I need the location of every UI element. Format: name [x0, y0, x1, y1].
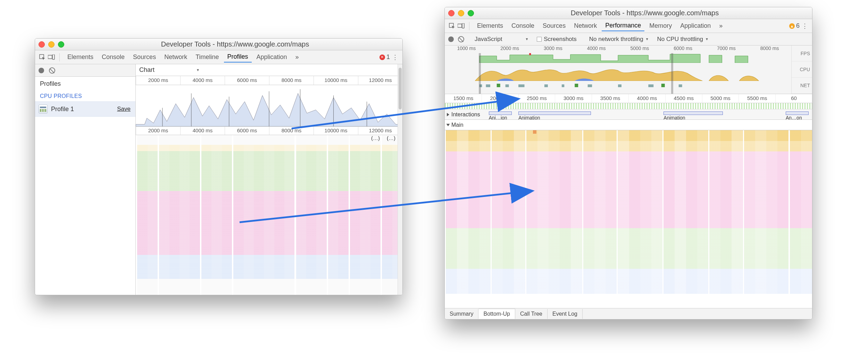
svg-rect-1	[48, 55, 52, 59]
interactions-track[interactable]: Interactions Ani…ion Animation Animation…	[445, 109, 812, 120]
sidebar-heading: Profiles	[35, 77, 135, 91]
zoom-icon[interactable]	[468, 10, 474, 16]
capture-settings-bar: JavaScript ▼ Screenshots No network thro…	[445, 33, 812, 45]
record-button[interactable]	[448, 36, 454, 42]
clear-button[interactable]	[49, 67, 55, 74]
profile-chart-area: Chart ▼ 2000 ms 4000 ms 6000 ms 8000 ms …	[136, 64, 402, 295]
close-icon[interactable]	[39, 41, 45, 48]
tabs-overflow-icon[interactable]: »	[716, 21, 726, 31]
flame-chart[interactable]: (…) (…)	[136, 135, 402, 295]
tab-call-tree[interactable]: Call Tree	[515, 309, 548, 319]
tab-application[interactable]: Application	[677, 21, 714, 31]
svg-rect-15	[486, 84, 490, 87]
chevron-down-icon: ▼	[705, 37, 709, 41]
svg-rect-23	[679, 84, 682, 87]
titlebar[interactable]: Developer Tools - https://www.google.com…	[445, 7, 812, 19]
svg-rect-13	[529, 53, 531, 55]
fps-track	[445, 53, 791, 63]
cpu-throttle-select[interactable]: No CPU throttling ▼	[655, 35, 711, 43]
collapse-icon[interactable]	[446, 124, 450, 126]
minimize-icon[interactable]	[458, 10, 464, 16]
tab-sources[interactable]: Sources	[539, 21, 569, 31]
tab-timeline[interactable]: Timeline	[192, 52, 222, 62]
svg-rect-19	[562, 84, 564, 87]
svg-rect-25	[575, 84, 578, 87]
svg-rect-2	[52, 55, 55, 59]
tab-network[interactable]: Network	[570, 21, 600, 31]
main-track-header[interactable]: Main	[445, 120, 812, 130]
warning-count[interactable]: ▲ 6	[789, 22, 800, 30]
svg-rect-12	[462, 23, 464, 28]
performance-overview[interactable]: 1000 ms 2000 ms 3000 ms 4000 ms 5000 ms …	[445, 45, 812, 94]
range-handle-left[interactable]	[479, 53, 481, 94]
range-handle-right[interactable]	[671, 53, 673, 94]
error-count-value: 1	[386, 53, 390, 61]
inspect-icon[interactable]	[39, 53, 46, 61]
tab-bottom-up[interactable]: Bottom-Up	[478, 309, 515, 319]
error-icon: ✕	[379, 55, 385, 60]
net-track	[445, 82, 791, 90]
scrollbar[interactable]	[398, 64, 402, 295]
svg-rect-22	[648, 84, 653, 87]
tab-profiles[interactable]: Profiles	[224, 52, 252, 63]
cpu-overview-chart[interactable]	[136, 85, 402, 127]
devtools-tabs: Elements Console Sources Network Timelin…	[35, 50, 402, 64]
capture-type-select[interactable]: JavaScript ▼	[473, 35, 531, 43]
tab-event-log[interactable]: Event Log	[548, 309, 583, 319]
flame-stripes	[136, 135, 402, 295]
device-toggle-icon[interactable]	[457, 22, 465, 30]
traffic-lights[interactable]	[39, 41, 64, 48]
detail-ruler[interactable]: 2000 ms 4000 ms 6000 ms 8000 ms 10000 ms…	[136, 127, 402, 135]
record-button[interactable]	[39, 68, 44, 73]
minimize-icon[interactable]	[48, 41, 55, 48]
profile-item[interactable]: Profile 1 Save	[35, 101, 135, 117]
kebab-menu-icon[interactable]: ⋮	[801, 22, 809, 30]
overview-labels: FPS CPU NET	[791, 45, 812, 94]
chevron-down-icon: ▼	[196, 68, 200, 72]
save-profile-link[interactable]: Save	[117, 106, 131, 113]
overview-ruler[interactable]: 2000 ms 4000 ms 6000 ms 8000 ms 10000 ms…	[136, 76, 402, 85]
view-mode-select[interactable]: Chart ▼	[136, 64, 402, 76]
close-icon[interactable]	[448, 10, 454, 16]
window-title: Developer Tools - https://www.google.com…	[481, 9, 809, 17]
tab-console[interactable]: Console	[98, 52, 128, 62]
details-tabs: Summary Bottom-Up Call Tree Event Log	[445, 308, 812, 319]
titlebar[interactable]: Developer Tools - https://www.google.com…	[35, 39, 402, 50]
main-flame-chart[interactable]	[445, 130, 812, 308]
error-count[interactable]: ✕ 1	[379, 53, 390, 61]
svg-rect-24	[497, 84, 500, 87]
tab-performance[interactable]: Performance	[602, 20, 644, 31]
tab-application[interactable]: Application	[253, 52, 291, 62]
inspect-icon[interactable]	[448, 22, 456, 30]
tab-summary[interactable]: Summary	[445, 309, 478, 319]
interactions-label: Interactions	[451, 111, 480, 118]
tab-console[interactable]: Console	[508, 21, 538, 31]
screenshots-checkbox[interactable]: Screenshots	[535, 35, 579, 43]
view-mode-label: Chart	[139, 66, 155, 74]
network-throttle-select[interactable]: No network throttling ▼	[587, 35, 651, 43]
profile-name: Profile 1	[51, 106, 114, 113]
devtools-window-performance: Developer Tools - https://www.google.com…	[444, 7, 812, 319]
devtools-window-profiles: Developer Tools - https://www.google.com…	[35, 38, 403, 295]
frames-strip[interactable]	[445, 103, 812, 109]
tab-elements[interactable]: Elements	[474, 21, 507, 31]
chevron-down-icon: ▼	[645, 37, 649, 41]
zoom-icon[interactable]	[58, 41, 64, 48]
traffic-lights[interactable]	[448, 10, 474, 16]
expand-icon[interactable]	[447, 113, 449, 116]
clear-button[interactable]	[458, 36, 464, 42]
device-toggle-icon[interactable]	[48, 53, 55, 61]
checkbox-icon	[537, 37, 542, 42]
main-label: Main	[451, 122, 464, 128]
tab-sources[interactable]: Sources	[130, 52, 159, 62]
tab-network[interactable]: Network	[161, 52, 191, 62]
svg-rect-21	[618, 84, 621, 87]
tabs-overflow-icon[interactable]: »	[292, 52, 302, 62]
devtools-tabs: Elements Console Sources Network Perform…	[445, 19, 812, 33]
tab-memory[interactable]: Memory	[646, 21, 675, 31]
svg-rect-16	[506, 84, 509, 87]
sidebar-section-cpu: CPU PROFILES	[35, 91, 135, 101]
tab-elements[interactable]: Elements	[64, 52, 97, 62]
kebab-menu-icon[interactable]: ⋮	[391, 53, 399, 61]
detail-ruler[interactable]: 1500 ms 2000 ms 2500 ms 3000 ms 3500 ms …	[445, 94, 812, 103]
